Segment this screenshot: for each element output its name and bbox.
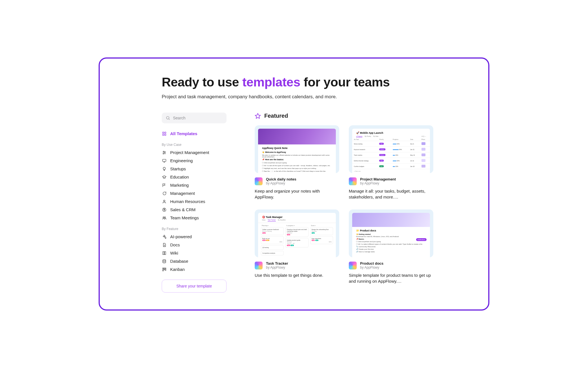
sidebar-item-label: Project Management bbox=[170, 150, 209, 155]
grad-icon bbox=[162, 175, 167, 179]
monitor-icon bbox=[162, 159, 167, 163]
sidebar-all-templates[interactable]: All Templates bbox=[162, 130, 227, 138]
svg-point-10 bbox=[165, 152, 165, 153]
svg-point-18 bbox=[165, 217, 166, 218]
template-author: by AppFlowy bbox=[266, 266, 288, 269]
svg-point-11 bbox=[163, 153, 164, 154]
sidebar-item-label: Wiki bbox=[170, 251, 178, 255]
main-content: Featured Appflowy Quick Note👋 Welcome to… bbox=[255, 113, 477, 293]
template-meta: Task Trackerby AppFlowy bbox=[255, 261, 339, 269]
sidebar-item-label: Startups bbox=[170, 166, 186, 171]
featured-heading: Featured bbox=[255, 113, 477, 119]
sidebar-item-label: Education bbox=[170, 175, 189, 179]
svg-rect-23 bbox=[164, 268, 165, 270]
template-card: 📁 Product docs👋 Getting startedDownload … bbox=[349, 209, 433, 284]
featured-heading-label: Featured bbox=[264, 113, 288, 119]
sidebar-item-marketing[interactable]: Marketing bbox=[162, 181, 227, 189]
sidebar-section-header: By Feature bbox=[162, 227, 227, 231]
sidebar-item-sales-crm[interactable]: Sales & CRM bbox=[162, 206, 227, 214]
template-title: Product docs bbox=[360, 261, 383, 266]
template-description: Use this template to get things done. bbox=[255, 272, 339, 278]
page-subtitle: Project and task management, company han… bbox=[162, 94, 477, 100]
hero: Ready to use templates for your teams Pr… bbox=[111, 75, 477, 100]
author-avatar bbox=[349, 262, 357, 269]
sidebar-item-ai-powered[interactable]: AI-powered bbox=[162, 233, 227, 241]
sidebar-section-header: By Use Case bbox=[162, 143, 227, 147]
sidebar-item-education[interactable]: Education bbox=[162, 173, 227, 181]
page-title: Ready to use templates for your teams bbox=[162, 75, 477, 90]
star-icon bbox=[255, 113, 261, 119]
template-description: Manage it all: your tasks, budget, asset… bbox=[349, 188, 433, 200]
db-icon bbox=[162, 259, 167, 264]
team-icon bbox=[162, 216, 167, 220]
template-thumbnail[interactable]: 🚀 Mobile App Launch≡ ProjectsBy Priority… bbox=[349, 125, 433, 173]
sliders-icon bbox=[162, 150, 167, 155]
doc-icon bbox=[162, 243, 167, 247]
sidebar-item-label: Marketing bbox=[170, 183, 189, 188]
sidebar-item-label: AI-powered bbox=[170, 234, 192, 239]
template-card: 🎯 Task ManagerInboxTask TrackerBy Deadli… bbox=[255, 209, 339, 284]
sidebar-item-team-meetings[interactable]: Team Meetings bbox=[162, 214, 227, 222]
template-title: Task Tracker bbox=[266, 261, 288, 266]
sidebar-item-label: Management bbox=[170, 191, 195, 196]
template-thumbnail[interactable]: 📁 Product docs👋 Getting startedDownload … bbox=[349, 209, 433, 257]
svg-point-17 bbox=[163, 217, 164, 218]
sidebar-item-label: Team Meetings bbox=[170, 215, 199, 220]
author-avatar bbox=[255, 262, 263, 269]
sidebar-item-label: Human Resources bbox=[170, 199, 205, 204]
sidebar-item-docs[interactable]: Docs bbox=[162, 241, 227, 249]
bulb-icon bbox=[162, 167, 167, 171]
template-thumbnail[interactable]: Appflowy Quick Note👋 Welcome to AppFlowy… bbox=[255, 125, 339, 173]
title-pre: Ready to use bbox=[162, 75, 242, 89]
sidebar-item-human-resources[interactable]: Human Resources bbox=[162, 197, 227, 206]
title-post: for your teams bbox=[300, 75, 390, 89]
svg-rect-5 bbox=[165, 134, 166, 135]
search-input[interactable]: Search bbox=[162, 113, 227, 123]
sidebar-item-kanban[interactable]: Kanban bbox=[162, 265, 227, 273]
sparkle-icon bbox=[162, 235, 167, 239]
sidebar-item-wiki[interactable]: Wiki bbox=[162, 249, 227, 257]
template-title: Project Management bbox=[360, 177, 396, 181]
sidebar-item-label: Engineering bbox=[170, 158, 193, 163]
share-template-button[interactable]: Share your template bbox=[162, 280, 227, 293]
svg-rect-22 bbox=[163, 268, 163, 271]
sidebar-item-engineering[interactable]: Engineering bbox=[162, 157, 227, 165]
template-thumbnail[interactable]: 🎯 Task ManagerInboxTask TrackerBy Deadli… bbox=[255, 209, 339, 257]
sidebar-item-label: Kanban bbox=[170, 267, 185, 272]
template-author: by AppFlowy bbox=[266, 181, 296, 185]
template-author: by AppFlowy bbox=[360, 181, 396, 185]
author-avatar bbox=[255, 177, 263, 185]
svg-point-21 bbox=[163, 260, 166, 261]
svg-marker-25 bbox=[255, 113, 260, 118]
book-icon bbox=[162, 251, 167, 255]
title-accent: templates bbox=[242, 75, 300, 89]
sidebar-item-database[interactable]: Database bbox=[162, 257, 227, 265]
author-avatar bbox=[349, 177, 357, 185]
template-card: 🚀 Mobile App Launch≡ ProjectsBy Priority… bbox=[349, 125, 433, 200]
template-meta: Quick daily notesby AppFlowy bbox=[255, 177, 339, 185]
chat-icon bbox=[162, 191, 167, 196]
template-card: Appflowy Quick Note👋 Welcome to AppFlowy… bbox=[255, 125, 339, 200]
template-meta: Project Managementby AppFlowy bbox=[349, 177, 433, 185]
sidebar-item-startups[interactable]: Startups bbox=[162, 165, 227, 173]
svg-rect-24 bbox=[165, 268, 166, 270]
svg-point-0 bbox=[167, 117, 169, 119]
svg-rect-12 bbox=[163, 159, 166, 161]
sidebar-item-project-management[interactable]: Project Management bbox=[162, 148, 227, 157]
user-icon bbox=[162, 199, 167, 204]
svg-rect-3 bbox=[165, 132, 166, 133]
template-description: Keep and organize your notes with AppFlo… bbox=[255, 188, 339, 200]
sidebar-item-label: Sales & CRM bbox=[170, 207, 196, 212]
template-author: by AppFlowy bbox=[360, 266, 383, 269]
kanban-icon bbox=[162, 267, 167, 272]
search-icon bbox=[166, 116, 170, 120]
sidebar-item-label: All Templates bbox=[170, 131, 197, 136]
sidebar-item-label: Database bbox=[170, 259, 188, 264]
sidebar-item-label: Docs bbox=[170, 242, 180, 247]
template-description: Simple template for product teams to get… bbox=[349, 272, 433, 284]
svg-rect-4 bbox=[163, 134, 164, 135]
svg-line-1 bbox=[169, 119, 170, 120]
svg-rect-2 bbox=[163, 132, 164, 133]
sidebar-item-management[interactable]: Management bbox=[162, 189, 227, 197]
search-placeholder: Search bbox=[173, 116, 185, 120]
